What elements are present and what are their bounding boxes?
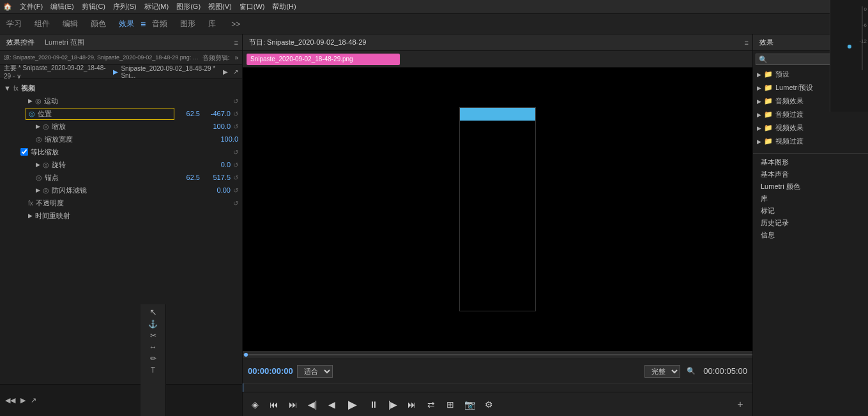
- waveform-label-neg6: -6: [862, 22, 867, 28]
- effects-item-markers[interactable]: 标记: [753, 205, 868, 217]
- motion-reset-btn[interactable]: ↺: [233, 98, 238, 105]
- zoom-icon[interactable]: 🔍: [687, 367, 696, 375]
- nav-effects[interactable]: 效果: [119, 19, 134, 29]
- nav-assemble[interactable]: 组件: [34, 19, 50, 29]
- tab-program-monitor[interactable]: 节目: Snipaste_2020-09-02_18-48-29: [247, 38, 369, 47]
- opacity-label[interactable]: fx 不透明度: [18, 198, 231, 208]
- monitor-tabs: 节目: Snipaste_2020-09-02_18-48-29 ≡: [243, 34, 752, 51]
- tab-lumetri[interactable]: Lumetri 范围: [42, 38, 87, 47]
- effects-item-history[interactable]: 历史记录: [753, 217, 868, 229]
- rotation-value[interactable]: 0.0: [205, 161, 231, 168]
- menu-mark[interactable]: 标记(M): [144, 2, 169, 11]
- btn-play-back[interactable]: ◀: [324, 397, 339, 412]
- motion-label[interactable]: ▶ ◎ 运动: [18, 96, 231, 106]
- timeline-export-btn[interactable]: ↗: [31, 396, 36, 405]
- panel-menu-icon[interactable]: ≡: [234, 39, 238, 47]
- nav-more[interactable]: >>: [231, 20, 240, 29]
- tool-ripple[interactable]: ⚓: [148, 320, 158, 329]
- source-bar: 源: Snipaste_2020-09-02_18-48-29, Snipast…: [0, 51, 242, 65]
- nav-edit[interactable]: 编辑: [63, 19, 78, 29]
- btn-settings[interactable]: ⚙: [482, 397, 496, 412]
- scale-value[interactable]: 100.0: [205, 123, 231, 130]
- menu-help[interactable]: 帮助(H): [272, 2, 296, 11]
- time-remap-label[interactable]: ▶ 时间重映射: [18, 211, 238, 221]
- timeline-back-btn[interactable]: ◀◀: [5, 396, 15, 405]
- anti-flicker-label[interactable]: ▶ ◎ 防闪烁滤镜: [26, 186, 205, 195]
- time-current-display[interactable]: 00:00:00:00: [248, 366, 293, 376]
- uniform-scale-reset-btn[interactable]: ↺: [233, 149, 238, 156]
- effects-item-lumetri-color[interactable]: Lumetri 颜色: [753, 181, 868, 193]
- sequence-selector[interactable]: 主要 * Snipaste_2020-09-02_18-48-29 - ∨ ▶ …: [0, 65, 242, 79]
- btn-next-edit[interactable]: ⏭: [405, 397, 419, 412]
- seq-play-btn[interactable]: ▶: [223, 68, 228, 75]
- anchor-reset-btn[interactable]: ↺: [233, 174, 238, 181]
- btn-stop[interactable]: ⏸: [367, 397, 381, 412]
- menu-edit[interactable]: 编辑(E): [50, 2, 74, 11]
- btn-prev-edit[interactable]: ⏮: [267, 397, 281, 412]
- nav-audio[interactable]: 音频: [152, 19, 167, 29]
- anchor-y-value[interactable]: 517.5: [205, 174, 231, 181]
- scrubber-handle[interactable]: [244, 353, 248, 357]
- opacity-reset-btn[interactable]: ↺: [233, 200, 238, 207]
- video-section-header[interactable]: ▼ fx 视频: [0, 82, 242, 94]
- menu-file[interactable]: 文件(F): [20, 2, 43, 11]
- tool-razor[interactable]: ✂: [150, 331, 156, 340]
- effects-cat-video-transitions[interactable]: ▶ 📁 视频过渡: [753, 135, 868, 148]
- btn-mark-in[interactable]: ◈: [248, 397, 262, 412]
- scale-reset-btn[interactable]: ↺: [233, 123, 238, 130]
- timeline-tools: ↖ ⚓ ✂ ↔ ✏ T: [141, 304, 166, 416]
- anchor-x-value[interactable]: 62.5: [174, 174, 200, 181]
- nav-learn[interactable]: 学习: [6, 19, 22, 29]
- tool-select[interactable]: ↖: [149, 307, 157, 317]
- nav-graphics[interactable]: 图形: [180, 19, 195, 29]
- nav-library[interactable]: 库: [208, 19, 216, 29]
- scale-label[interactable]: ▶ ◎ 缩放: [26, 122, 205, 131]
- btn-step-back[interactable]: ⏭: [286, 397, 300, 412]
- effects-item-info[interactable]: 信息: [753, 229, 868, 241]
- btn-add-clip[interactable]: +: [733, 397, 747, 412]
- motion-stopwatch-icon: ◎: [35, 97, 42, 105]
- monitor-menu-icon[interactable]: ≡: [745, 39, 749, 47]
- rotation-reset-btn[interactable]: ↺: [233, 161, 238, 168]
- effects-item-essential-sound[interactable]: 基本声音: [753, 168, 868, 181]
- tab-effect-controls[interactable]: 效果控件: [4, 38, 37, 47]
- tool-pen[interactable]: ✏: [150, 354, 156, 363]
- tool-type[interactable]: T: [151, 366, 155, 375]
- menu-sequence[interactable]: 序列(S): [113, 2, 137, 11]
- effects-item-library[interactable]: 库: [753, 193, 868, 205]
- fit-dropdown[interactable]: 适合: [297, 365, 333, 378]
- position-y-value[interactable]: -467.0: [205, 110, 231, 117]
- timeline-play-btn[interactable]: ▶: [20, 396, 26, 405]
- btn-export[interactable]: 📷: [462, 397, 476, 412]
- anti-flicker-value[interactable]: 0.00: [205, 186, 231, 194]
- menu-clip[interactable]: 剪辑(C): [82, 2, 105, 11]
- effects-item-essential-graphics[interactable]: 基本图形: [753, 156, 868, 168]
- anchor-label[interactable]: ◎ 锚点: [26, 173, 174, 182]
- monitor-scrubber[interactable]: [243, 351, 752, 359]
- btn-prev-frame[interactable]: ◀|: [305, 397, 319, 412]
- menu-window[interactable]: 窗口(W): [240, 2, 265, 11]
- scale-width-value[interactable]: 100.0: [213, 135, 238, 143]
- btn-safe-margin[interactable]: ⊞: [443, 397, 457, 412]
- position-label[interactable]: ◎ 位置: [26, 108, 174, 120]
- tool-slip[interactable]: ↔: [149, 343, 157, 352]
- nav-color[interactable]: 颜色: [91, 19, 106, 29]
- tab-effects[interactable]: 效果: [757, 38, 776, 47]
- source-expand-btn[interactable]: »: [234, 54, 238, 61]
- seq-end-btn[interactable]: ↗: [233, 68, 238, 75]
- position-x-value[interactable]: 62.5: [174, 110, 200, 117]
- position-reset-btn[interactable]: ↺: [233, 110, 238, 117]
- uniform-scale-row: 等比缩放 ↺: [0, 145, 242, 158]
- btn-play[interactable]: ▶: [344, 396, 362, 413]
- uniform-scale-checkbox[interactable]: [20, 148, 28, 156]
- anti-flicker-reset-btn[interactable]: ↺: [233, 187, 238, 194]
- effects-cat-video-effects[interactable]: ▶ 📁 视频效果: [753, 121, 868, 135]
- btn-next-frame[interactable]: |▶: [386, 397, 400, 412]
- video-effects-label: 视频效果: [775, 123, 803, 133]
- rotation-label[interactable]: ▶ ◎ 旋转: [26, 160, 205, 170]
- home-icon[interactable]: 🏠: [3, 3, 12, 11]
- menu-view[interactable]: 视图(V): [208, 2, 232, 11]
- quality-dropdown[interactable]: 完整: [644, 365, 680, 378]
- menu-graphic[interactable]: 图形(G): [176, 2, 201, 11]
- btn-loop[interactable]: ⇄: [424, 397, 438, 412]
